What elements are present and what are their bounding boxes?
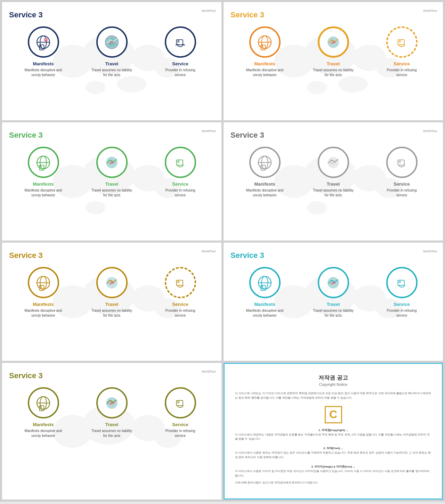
globe-icon-1 — [34, 33, 53, 52]
item-desc-service-2: Provider in refusing service — [381, 68, 423, 78]
copyright-section-1: 1. 저작권(Copyright) ... — [318, 428, 348, 432]
logo-5: WorldTour — [202, 250, 216, 253]
icon-item-service-5: Service Provider in refusing service — [160, 267, 201, 318]
item-desc-travel-1: Travel assumes no liability for the acts — [91, 68, 133, 78]
item-desc-manifests-1: Manifests disruptive and unruly behavior — [23, 68, 64, 78]
panel-title-6: Service 3 — [230, 251, 436, 260]
svg-rect-27 — [261, 45, 263, 47]
panel-title-3: Service 3 — [9, 131, 215, 140]
svg-rect-40 — [40, 165, 41, 167]
item-desc-travel-6: Travel assumes no liability for the acts — [313, 308, 354, 318]
copyright-text-1: 이 서비스에서 제공하는 내용은 저작권법의 보호를 받는 저작물이므로 무단 … — [235, 433, 431, 442]
icon-item-service-4: Service Provider in refusing service — [381, 147, 423, 198]
hand-icon-6 — [392, 273, 411, 292]
item-title-service-6: Service — [394, 302, 410, 307]
icon-item-travel-6: Travel Travel assumes no liability for t… — [313, 267, 354, 318]
svg-point-22 — [338, 76, 368, 92]
copyright-title-kr: 저작권 공고 — [318, 374, 348, 382]
panel-navy: Service 3 WorldTour Manifests Manifes — [2, 2, 221, 120]
svg-rect-15 — [177, 40, 183, 45]
panel-title-2: Service 3 — [230, 10, 436, 19]
item-desc-travel-7: Travel assumes no liability for the acts — [91, 429, 133, 438]
icons-row-3: Manifests Manifests disruptive and unrul… — [9, 147, 215, 198]
icon-circle-hand-6 — [386, 267, 418, 298]
svg-rect-79 — [398, 280, 404, 285]
copyright-section-3: 3. 이미지(Image) & 아이콘(Icon) ... — [311, 465, 355, 469]
svg-rect-91 — [177, 400, 183, 406]
icon-circle-plane-5 — [96, 267, 128, 298]
logo-7: WorldTour — [202, 370, 216, 373]
hand-icon-1 — [171, 33, 190, 52]
icon-circle-hand-2 — [386, 26, 418, 58]
copyright-section-2: 2. 저작(Font) ... — [323, 446, 343, 450]
icon-item-travel-7: Travel Travel assumes no liability for t… — [91, 387, 133, 438]
item-desc-travel-4: Travel assumes no liability for the acts — [313, 188, 354, 198]
icons-row-4: Manifests Manifests disruptive and unrul… — [230, 147, 436, 198]
svg-rect-30 — [399, 40, 400, 42]
panel-title-7: Service 3 — [9, 371, 215, 380]
item-title-service-4: Service — [394, 181, 410, 187]
hand-icon-4 — [392, 153, 411, 172]
icon-item-travel-1: Travel Travel assumes no liability for t… — [91, 26, 133, 78]
icon-item-travel-3: Travel Travel assumes no liability for t… — [91, 147, 133, 198]
item-desc-service-3: Provider in refusing service — [160, 188, 201, 198]
icon-item-service-7: Service Provider in refusing service — [160, 387, 201, 438]
svg-point-5 — [117, 76, 146, 92]
panel-teal: Service 3 WorldTour Manifests Manifests … — [224, 243, 443, 361]
icon-circle-hand-3 — [165, 147, 196, 178]
svg-rect-67 — [177, 280, 183, 285]
item-desc-manifests-2: Manifests disruptive and unruly behavior — [244, 68, 286, 78]
icon-circle-hand-4 — [386, 147, 418, 178]
item-title-travel-4: Travel — [327, 181, 340, 187]
icon-item-manifests-1: Manifests Manifests disruptive and unrul… — [23, 26, 64, 78]
hand-icon-5 — [171, 273, 190, 292]
icon-circle-plane-7 — [96, 387, 128, 418]
panel-olive: Service 3 WorldTour Manifests Manifests … — [2, 363, 221, 499]
item-desc-manifests-7: Manifests disruptive and unruly behavior — [23, 429, 64, 438]
globe-icon-4 — [255, 153, 274, 172]
svg-rect-89 — [40, 406, 41, 408]
icon-circle-globe-5 — [28, 267, 59, 298]
globe-icon-6 — [255, 273, 274, 292]
svg-point-4 — [86, 81, 105, 94]
hand-icon-7 — [171, 393, 190, 413]
item-title-manifests-3: Manifests — [33, 181, 54, 187]
copyright-text-intro: 이 서비스에 나와있는 이 디자인 서비스에 관한하여 특허법 관련에서도로 모… — [235, 391, 431, 400]
icons-row-1: Manifests Manifests disruptive and unrul… — [9, 26, 215, 78]
svg-rect-65 — [40, 286, 41, 287]
item-title-manifests-4: Manifests — [254, 181, 275, 187]
panel-orange: Service 3 WorldTour Manifests Manifests … — [224, 2, 443, 120]
item-title-service-1: Service — [172, 61, 188, 66]
hand-icon-3 — [171, 153, 190, 172]
item-desc-service-5: Provider in refusing service — [160, 308, 201, 318]
item-title-manifests-2: Manifests — [254, 61, 275, 66]
item-desc-service-4: Provider in refusing service — [381, 188, 423, 198]
icon-item-travel-4: Travel Travel assumes no liability for t… — [313, 147, 354, 198]
icon-item-manifests-5: Manifests Manifests disruptive and unrul… — [23, 267, 64, 318]
item-desc-manifests-3: Manifests disruptive and unruly behavior — [23, 188, 64, 198]
svg-rect-92 — [178, 401, 179, 403]
globe-icon-2 — [255, 33, 274, 52]
item-title-travel-1: Travel — [105, 61, 119, 66]
svg-rect-80 — [399, 281, 400, 283]
plane-icon-6 — [324, 273, 343, 292]
hand-icon-2 — [392, 33, 411, 52]
item-desc-manifests-4: Manifests disruptive and unruly behavior — [244, 188, 286, 198]
icon-circle-globe-6 — [249, 267, 281, 298]
svg-point-35 — [86, 201, 105, 214]
icon-item-manifests-7: Manifests Manifests disruptive and unrul… — [23, 387, 64, 438]
item-desc-manifests-5: Manifests disruptive and unruly behavior — [23, 308, 64, 318]
item-title-travel-7: Travel — [105, 422, 119, 427]
icons-row-6: Manifests Manifests disruptive and unrul… — [230, 267, 436, 318]
svg-point-48 — [307, 201, 327, 214]
copyright-logo: C — [325, 406, 342, 423]
copyright-text-4: 이에 대해 문의사항이 있으시면 저작권자에게 문의하시기 바랍니다. — [235, 481, 431, 485]
item-desc-service-1: Provider in refusing service — [160, 68, 201, 78]
icon-circle-hand-5 — [165, 267, 196, 298]
icon-item-service-2: Service Provider in refusing service — [381, 26, 423, 78]
icons-row-7: Manifests Manifests disruptive and unrul… — [9, 387, 215, 438]
item-desc-service-6: Provider in refusing service — [381, 308, 423, 318]
svg-rect-29 — [398, 40, 404, 45]
icons-row-5: Manifests Manifests disruptive and unrul… — [9, 267, 215, 318]
item-title-manifests-5: Manifests — [33, 302, 54, 307]
